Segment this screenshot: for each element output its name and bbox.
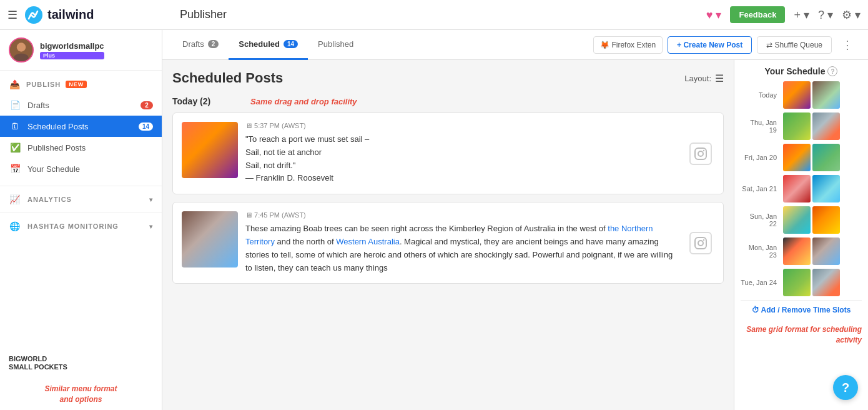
post-card-1: 🖥 5:37 PM (AWST) "To reach a port we mus… [172,112,724,194]
avatar [9,38,34,62]
scheduled-label: Scheduled Posts [27,122,132,131]
schedule-day-jan24: Tue, Jan 24 [741,279,781,286]
sidebar-item-scheduled[interactable]: 🗓 Scheduled Posts 14 [0,116,162,137]
posts-list: Scheduled Posts Layout: ☰ Today (2) Same… [162,60,734,410]
top-content: Scheduled Posts Layout: ☰ Today (2) Same… [162,60,868,410]
hashtag-icon: 🌐 [9,221,21,231]
tailwind-logo-icon [24,5,44,25]
sched-thumb-jan23-2 [812,238,840,265]
svg-point-9 [703,239,704,241]
schedule-day-jan21: Sat, Jan 21 [741,185,781,192]
svg-point-8 [698,241,703,246]
svg-rect-7 [695,238,706,249]
layout-button[interactable]: Layout: ☰ [684,72,724,84]
hamburger-icon[interactable]: ☰ [7,8,17,22]
sidebar-analytics-header[interactable]: 📈 ANALYTICS ▾ [0,189,162,210]
schedule-row-jan20: Fri, Jan 20 [741,144,862,171]
tab-scheduled[interactable]: Scheduled 14 [229,30,308,60]
schedule-row-jan24: Tue, Jan 24 [741,269,862,296]
gear-button[interactable]: ⚙ ▾ [842,8,861,22]
user-info: bigworldsmallpc Plus [40,41,104,59]
schedule-title: Your Schedule ? [741,66,862,76]
heart-button[interactable]: ♥ ▾ [706,8,722,22]
schedule-thumbs-jan20 [783,144,840,171]
schedule-label: Your Schedule [27,164,153,174]
scheduled-count: 14 [139,122,153,131]
plus-badge: Plus [40,52,104,59]
sidebar: bigworldsmallpc Plus 📤 PUBLISH NEW 📄 Dra… [0,30,162,410]
post-card-2: 🖥 7:45 PM (AWST) These amazing Boab tree… [172,202,724,284]
publish-icon: 📤 [9,79,21,89]
more-options-button[interactable]: ⋮ [837,36,858,54]
tab-drafts[interactable]: Drafts 2 [172,30,229,60]
post-content-1: 🖥 5:37 PM (AWST) "To reach a port we mus… [245,122,679,185]
post-meta-2: 🖥 7:45 PM (AWST) [245,211,679,219]
feedback-button[interactable]: Feedback [730,6,785,23]
sched-thumb-jan20-2 [812,144,840,171]
svg-point-6 [703,149,704,151]
analytics-icon: 📈 [9,194,21,204]
link-western-australia[interactable]: Western Australia [336,237,400,246]
drafts-count: 2 [141,101,153,109]
post-actions-1 [687,122,714,185]
svg-point-5 [698,151,703,156]
add-slots-button[interactable]: ⏱ Add / Remove Time Slots [741,300,862,319]
help-button[interactable]: ? ▾ [818,8,833,22]
schedule-thumbs-jan21 [783,175,840,202]
link-northern-territory[interactable]: the Northern Territory [245,224,653,246]
top-bar-center: Publisher [170,8,706,21]
firefox-ext-button[interactable]: 🦊 Firefox Exten [593,36,663,54]
sched-thumb-jan19-2 [812,112,840,140]
tab-published[interactable]: Published [308,30,363,60]
instagram-button-1[interactable] [689,142,712,165]
username: bigworldsmallpc [40,41,104,51]
sidebar-hashtag-header[interactable]: 🌐 HASHTAG MONITORING ▾ [0,216,162,237]
post-text-1: "To reach a port we must set sail – Sail… [245,133,679,185]
published-label: Published Posts [27,143,153,152]
sched-thumb-jan21-1 [783,175,811,202]
content-area: Drafts 2 Scheduled 14 Published 🦊 Firefo… [162,30,868,410]
posts-title: Scheduled Posts [172,70,283,86]
instagram-button-2[interactable] [689,232,712,254]
schedule-help-icon[interactable]: ? [827,66,837,76]
scheduled-icon: 🗓 [9,121,21,131]
help-circle-button[interactable]: ? [833,375,858,400]
schedule-day-jan23: Mon, Jan 23 [741,244,781,259]
sidebar-item-your-schedule[interactable]: 📅 Your Schedule [0,158,162,179]
sched-thumb-jan24-1 [783,269,811,296]
top-bar-right: ♥ ▾ Feedback + ▾ ? ▾ ⚙ ▾ [706,6,861,23]
page-title: Publisher [180,8,227,21]
svg-point-3 [14,53,28,62]
sched-thumb-jan21-2 [812,175,840,202]
sched-thumb-jan20-1 [783,144,811,171]
brand-logo: BIGWORLD SMALL POCKETS [9,355,153,371]
svg-point-0 [25,6,42,24]
plus-button[interactable]: + ▾ [794,8,809,22]
post-thumb-1 [182,122,238,178]
annotation-drag-drop: Same drag and drop facility [250,97,357,106]
layout-grid-icon: ☰ [715,72,724,84]
new-badge: NEW [66,81,87,88]
sched-thumb-jan22-2 [812,206,840,234]
drafts-label: Drafts [27,101,134,110]
schedule-row-jan21: Sat, Jan 21 [741,175,862,202]
tabs-bar: Drafts 2 Scheduled 14 Published 🦊 Firefo… [162,30,868,60]
schedule-thumbs-jan24 [783,269,840,296]
schedule-day-today: Today [741,91,781,99]
publish-header: 📤 PUBLISH NEW [0,74,162,94]
create-post-button[interactable]: + Create New Post [668,36,752,54]
drafts-icon: 📄 [9,100,21,110]
schedule-panel: Your Schedule ? Today Thu, Jan 19 [734,60,868,410]
sched-thumb-jan24-2 [812,269,840,296]
sidebar-item-drafts[interactable]: 📄 Drafts 2 [0,94,162,116]
sched-thumb-today-1 [783,81,811,109]
sidebar-item-published[interactable]: ✅ Published Posts [0,137,162,158]
post-text-2: These amazing Boab trees can be seen rig… [245,222,679,274]
shuffle-queue-button[interactable]: ⇄ Shuffle Queue [757,36,832,54]
sched-thumb-today-2 [812,81,840,109]
post-meta-1: 🖥 5:37 PM (AWST) [245,122,679,129]
annotation-menu: Similar menu formatand options [9,384,153,405]
main-layout: bigworldsmallpc Plus 📤 PUBLISH NEW 📄 Dra… [0,30,868,410]
top-bar: ☰ tailwind Publisher ♥ ▾ Feedback + ▾ ? … [0,0,868,30]
schedule-thumbs-today [783,81,840,109]
